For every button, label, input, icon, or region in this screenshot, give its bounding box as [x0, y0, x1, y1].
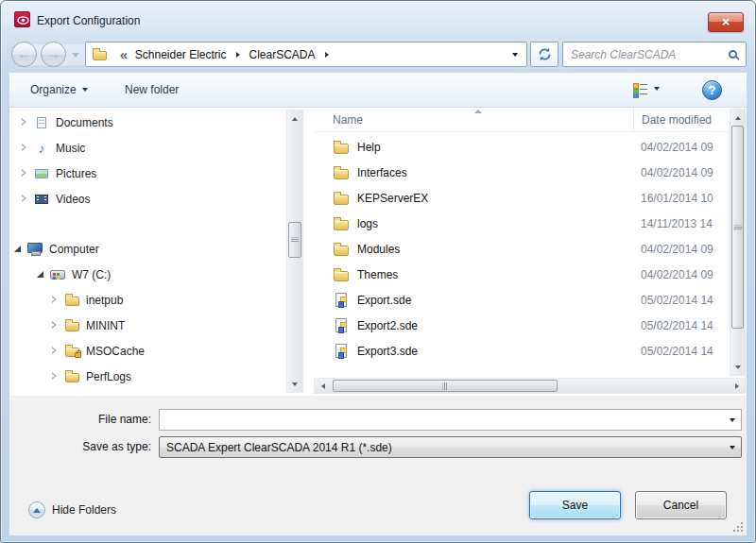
file-date: 16/01/2014 10 — [641, 192, 713, 205]
file-row-themes[interactable]: Themes 04/02/2014 09 — [314, 262, 729, 287]
clearscada-logo-icon — [14, 11, 30, 27]
file-name-combo[interactable] — [159, 409, 742, 431]
tree-item-pictures[interactable]: Pictures — [9, 161, 285, 186]
file-row-interfaces[interactable]: Interfaces 04/02/2014 09 — [314, 160, 729, 185]
file-row-kepserverex[interactable]: KEPServerEX 16/01/2014 10 — [314, 185, 729, 211]
file-row-modules[interactable]: Modules 04/02/2014 09 — [314, 236, 729, 262]
new-folder-button[interactable]: New folder — [125, 73, 179, 107]
chevron-up-circle-icon — [28, 501, 45, 518]
titlebar: Export Configuration × — [1, 1, 755, 37]
file-row-export3-sde[interactable]: Export3.sde 05/02/2014 14 — [314, 338, 729, 364]
scroll-down-button[interactable] — [730, 359, 745, 375]
tree-item-perflogs[interactable]: PerfLogs — [9, 364, 285, 389]
tree-item-w7-c[interactable]: W7 (C:) — [9, 262, 285, 287]
dropdown-arrow-icon[interactable] — [724, 437, 741, 457]
file-list-scrollbar-horizontal[interactable] — [314, 378, 746, 394]
scrollbar-thumb[interactable] — [333, 380, 558, 392]
back-button[interactable]: ← — [11, 42, 37, 67]
save-as-type-label: Save as type: — [9, 436, 151, 458]
address-dropdown-icon[interactable] — [506, 53, 524, 57]
file-name-input[interactable] — [160, 411, 724, 429]
expand-expanded-icon[interactable] — [37, 270, 44, 280]
file-date: 14/11/2013 14 — [641, 217, 713, 230]
scroll-right-button[interactable] — [729, 379, 745, 393]
tree-item-msocache[interactable]: MSOCache — [9, 338, 285, 364]
sort-ascending-icon — [474, 110, 482, 113]
search-box[interactable] — [562, 42, 747, 67]
hide-folders-button[interactable]: Hide Folders — [28, 501, 116, 518]
tree-item-label: Computer — [49, 243, 99, 256]
dropdown-arrow-icon[interactable] — [724, 410, 741, 430]
refresh-button[interactable] — [530, 42, 558, 67]
breadcrumb-separator-icon[interactable] — [236, 52, 240, 58]
save-button[interactable]: Save — [529, 491, 621, 519]
tree-item-minint[interactable]: MININT — [9, 313, 285, 338]
expand-collapsed-icon[interactable] — [21, 118, 28, 127]
tree-item-music[interactable]: ♪ Music — [9, 135, 285, 161]
dialog-footer: Hide Folders Save Cancel — [9, 483, 747, 535]
tree-item-label: Pictures — [56, 167, 96, 180]
tree-item-computer[interactable]: Computer — [9, 236, 285, 262]
expand-collapsed-icon[interactable] — [51, 321, 59, 331]
cancel-button[interactable]: Cancel — [635, 491, 727, 519]
breadcrumb-separator-icon[interactable] — [325, 52, 329, 58]
tree-scrollbar[interactable] — [286, 110, 303, 393]
tree-item-videos[interactable]: Videos — [9, 186, 285, 212]
navigation-bar: ← → « Schneider Electric ClearSCADA — [9, 39, 747, 71]
breadcrumb-item-schneider-electric[interactable]: Schneider Electric — [133, 48, 229, 61]
column-header-date-modified[interactable]: Date modified — [633, 108, 729, 132]
search-input[interactable] — [569, 47, 729, 62]
file-date: 04/02/2014 09 — [641, 141, 713, 154]
expand-collapsed-icon[interactable] — [51, 347, 59, 356]
documents-icon — [33, 117, 50, 128]
search-icon[interactable] — [729, 50, 737, 59]
column-header-name[interactable]: Name — [333, 108, 363, 132]
scrollbar-thumb[interactable] — [288, 222, 301, 258]
tree-item-inetpub[interactable]: inetpub — [9, 287, 285, 313]
file-name: Export2.sde — [357, 319, 418, 332]
expand-collapsed-icon[interactable] — [51, 372, 59, 382]
expand-collapsed-icon[interactable] — [51, 296, 59, 305]
music-icon: ♪ — [33, 142, 50, 155]
expand-collapsed-icon[interactable] — [21, 169, 28, 178]
scroll-up-button[interactable] — [730, 110, 745, 126]
forward-button[interactable]: → — [41, 42, 66, 67]
folder-icon — [91, 48, 108, 60]
scroll-down-button[interactable] — [287, 376, 302, 392]
tree-item-label: MININT — [86, 319, 125, 332]
folder-icon — [333, 192, 350, 205]
sde-file-icon — [333, 318, 350, 332]
sde-file-icon — [333, 293, 350, 307]
chevron-down-icon — [82, 88, 88, 92]
expand-expanded-icon[interactable] — [14, 245, 22, 254]
tree-item-label: PerfLogs — [86, 370, 131, 383]
recent-pages-chevron-icon[interactable] — [72, 53, 79, 58]
scroll-up-button[interactable] — [287, 110, 302, 127]
folder-icon — [333, 268, 350, 281]
tree-item-documents[interactable]: Documents — [9, 110, 285, 135]
views-button[interactable] — [633, 82, 660, 94]
file-row-export2-sde[interactable]: Export2.sde 05/02/2014 14 — [314, 313, 729, 338]
breadcrumb-overflow[interactable]: « — [120, 47, 128, 62]
address-bar[interactable]: « Schneider Electric ClearSCADA — [85, 42, 527, 67]
expand-collapsed-icon[interactable] — [21, 195, 28, 204]
save-as-type-select[interactable]: SCADA Expert ClearSCADA 2014 R1 (*.sde) — [159, 436, 742, 458]
help-button[interactable]: ? — [702, 80, 722, 100]
resize-grip[interactable] — [741, 530, 743, 532]
expand-collapsed-icon[interactable] — [21, 144, 28, 153]
breadcrumb-item-clearscada[interactable]: ClearSCADA — [248, 48, 318, 61]
file-list-scrollbar-vertical[interactable] — [730, 109, 746, 376]
file-name-row: File name: — [9, 409, 747, 431]
scrollbar-thumb[interactable] — [731, 126, 744, 329]
file-row-export-sde[interactable]: Export.sde 05/02/2014 14 — [314, 287, 729, 313]
file-row-help[interactable]: Help 04/02/2014 09 — [314, 134, 729, 160]
organize-button[interactable]: Organize — [30, 73, 88, 107]
file-date: 04/02/2014 09 — [641, 243, 713, 256]
file-row-logs[interactable]: logs 14/11/2013 14 — [314, 211, 729, 236]
scroll-left-button[interactable] — [315, 379, 331, 393]
command-bar: Organize New folder ? — [9, 73, 747, 108]
hide-folders-label: Hide Folders — [52, 503, 116, 517]
close-button[interactable]: × — [708, 12, 744, 32]
file-name: Export.sde — [357, 294, 411, 307]
folder-icon — [333, 166, 350, 179]
